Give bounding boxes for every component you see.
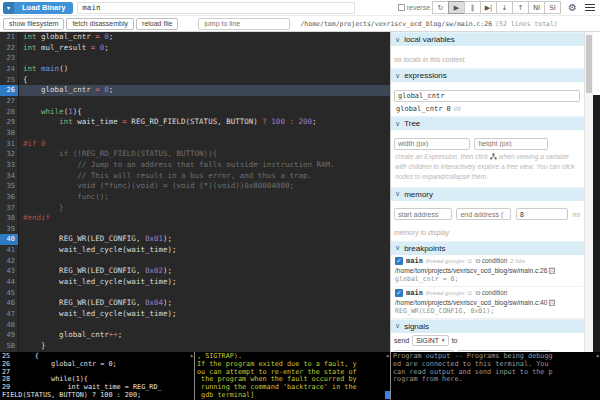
scroll-up-icon[interactable]: ▴ <box>190 352 193 358</box>
line-number-gutter[interactable]: 26 <box>0 85 19 96</box>
line-number-gutter[interactable]: 31 <box>0 139 19 150</box>
source-code-editor[interactable]: 21int global_cntr = 0;22int mul_result =… <box>0 32 390 352</box>
trash-icon[interactable] <box>549 299 555 306</box>
terminal-line: rogram from here. <box>393 376 598 384</box>
breakpoint-condition-button[interactable]: ⊙condition <box>475 289 507 297</box>
restart-button[interactable]: ↻ <box>432 1 449 14</box>
section-local-variables[interactable]: ∨ local variables <box>391 32 585 46</box>
line-number-gutter[interactable]: 46 <box>0 298 19 309</box>
line-number-gutter[interactable]: 33 <box>0 160 19 171</box>
line-number-gutter[interactable]: 48 <box>0 320 19 331</box>
code-line: 38#endif <box>0 213 390 224</box>
trash-icon[interactable] <box>549 267 555 274</box>
code-line: 26 global_cntr = 0; <box>0 85 390 96</box>
line-number-gutter[interactable]: 41 <box>0 245 19 256</box>
memory-bytes-input[interactable] <box>516 208 568 220</box>
line-number-gutter[interactable]: 28 <box>0 107 19 118</box>
line-number-gutter[interactable]: 47 <box>0 309 19 320</box>
scrollbar-thumb[interactable] <box>385 391 390 399</box>
continue-button[interactable]: ▶ <box>448 1 465 14</box>
line-number-gutter[interactable]: 40 <box>0 234 19 245</box>
section-memory[interactable]: ∨ memory <box>391 187 585 201</box>
step-into-button[interactable]: ↓ <box>496 1 513 14</box>
code-line: 25{ <box>0 75 390 86</box>
expression-input[interactable] <box>394 90 580 102</box>
breakpoint-path[interactable]: /home/tom/projects/vexriscv_ocd_blog/sw/… <box>395 267 581 274</box>
line-number-gutter[interactable]: 43 <box>0 266 19 277</box>
expression-name: global_cntr <box>396 105 442 113</box>
line-number-gutter[interactable]: 27 <box>0 96 19 107</box>
line-number-gutter[interactable]: 39 <box>0 224 19 235</box>
memory-end-address-input[interactable] <box>456 208 511 220</box>
section-tree[interactable]: ∨ Tree <box>391 116 585 130</box>
step-over-button[interactable]: ▶| <box>480 1 497 14</box>
step-instruction-button[interactable]: SI <box>544 1 561 14</box>
line-number-gutter[interactable]: 45 <box>0 288 19 299</box>
tree-width-input[interactable] <box>394 138 470 150</box>
line-number-gutter[interactable]: 44 <box>0 277 19 288</box>
show-filesystem-button[interactable]: show filesystem <box>3 18 64 30</box>
line-number-gutter[interactable]: 24 <box>0 64 19 75</box>
line-number-gutter[interactable]: 38 <box>0 213 19 224</box>
expression-row[interactable]: global_cntr 0int <box>394 102 582 114</box>
chevron-down-icon: ∨ <box>395 322 400 330</box>
breakpoint-condition-button[interactable]: ⊙condition <box>475 257 507 265</box>
line-number-gutter[interactable]: 34 <box>0 171 19 182</box>
program-output-terminal[interactable]: ▴ Program output -- Programs being debug… <box>391 352 600 400</box>
code-line: 44 wait_led_cycle(wait_time); <box>0 277 390 288</box>
line-number-gutter[interactable]: 22 <box>0 43 19 54</box>
scroll-up-icon[interactable]: ▴ <box>386 352 389 358</box>
load-binary-button[interactable]: ▾ Load Binary <box>3 2 73 14</box>
fetch-disassembly-button[interactable]: fetch disassembly <box>66 18 134 30</box>
jump-to-line-input[interactable] <box>198 18 290 30</box>
tree-icon <box>490 153 497 160</box>
line-number-gutter[interactable]: 35 <box>0 181 19 192</box>
breakpoint-path[interactable]: /home/tom/projects/vexriscv_ocd_blog/sw/… <box>395 299 581 306</box>
sidebar-scrollbar[interactable] <box>584 32 593 352</box>
gdbgui-console-terminal[interactable]: ▴ , SIGTRAP).If the program exited due t… <box>195 352 390 400</box>
code-text: int main() <box>19 64 390 75</box>
line-number-gutter[interactable]: 50 <box>0 341 19 352</box>
code-text: wait_led_cycle(wait_time); <box>19 277 390 288</box>
caret-down-icon[interactable]: ▾ <box>3 2 14 14</box>
load-binary-label[interactable]: Load Binary <box>14 2 73 14</box>
breakpoint-checkbox[interactable]: ✓ <box>395 289 403 297</box>
breakpoint-meta: thread groups: i1 <box>426 289 472 296</box>
section-signals[interactable]: ∨ signals <box>391 319 585 333</box>
line-number-gutter[interactable]: 42 <box>0 256 19 267</box>
code-text <box>19 53 390 64</box>
scroll-up-icon[interactable]: ▴ <box>596 352 599 358</box>
hamburger-menu-icon[interactable] <box>585 2 595 13</box>
step-out-button[interactable]: ↑ <box>512 1 529 14</box>
lines-total: (52 lines total) <box>495 20 558 28</box>
line-number-gutter[interactable]: 36 <box>0 192 19 203</box>
tree-height-input[interactable] <box>474 138 548 150</box>
reverse-checkbox-wrap[interactable]: reverse <box>398 4 430 11</box>
binary-path-input[interactable] <box>77 2 355 14</box>
gear-icon[interactable]: ⚙ <box>568 3 577 13</box>
signal-select[interactable]: SIGINT▾ <box>412 335 448 346</box>
code-line: 47 wait_led_cycle(wait_time); <box>0 309 390 320</box>
reload-file-button[interactable]: reload file <box>136 18 178 30</box>
section-title: expressions <box>404 71 447 80</box>
line-number-gutter[interactable]: 32 <box>0 149 19 160</box>
scrollbar-thumb[interactable] <box>586 35 592 93</box>
terminal-line: gdb terminal] <box>197 392 388 400</box>
next-instruction-button[interactable]: NI <box>528 1 545 14</box>
line-number-gutter[interactable]: 29 <box>0 117 19 128</box>
memory-start-address-input[interactable] <box>394 208 452 220</box>
gdb-terminal[interactable]: ▴ 25 {26 global_cntr = 0;2728 while(1){2… <box>0 352 194 400</box>
line-number-gutter[interactable]: 30 <box>0 128 19 139</box>
breakpoint-code-preview: REG_WR(LED_CONFIG, 0x01); <box>395 307 581 315</box>
pause-button[interactable]: ∥ <box>464 1 481 14</box>
line-number-gutter[interactable]: 23 <box>0 53 19 64</box>
line-number-gutter[interactable]: 37 <box>0 203 19 214</box>
code-line: 40 REG_WR(LED_CONFIG, 0x01); <box>0 234 390 245</box>
line-number-gutter[interactable]: 49 <box>0 330 19 341</box>
section-expressions[interactable]: ∨ expressions <box>391 68 585 82</box>
breakpoint-checkbox[interactable]: ✓ <box>395 257 403 265</box>
line-number-gutter[interactable]: 25 <box>0 75 19 86</box>
line-number-gutter[interactable]: 21 <box>0 32 19 43</box>
section-breakpoints[interactable]: ∨ breakpoints <box>391 241 585 255</box>
reverse-checkbox[interactable] <box>398 4 405 11</box>
